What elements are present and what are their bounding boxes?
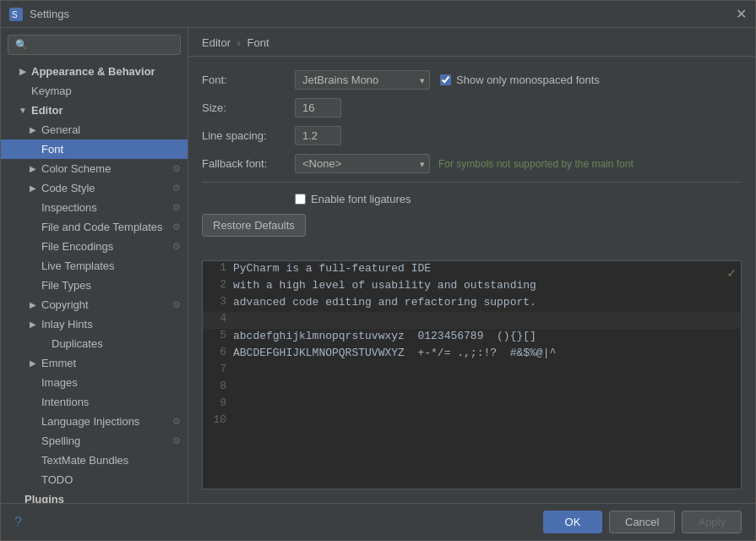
sidebar-item-label: Live Templates [41,260,114,272]
sidebar-item-todo[interactable]: TODO [1,470,188,489]
gear-icon: ⚙ [172,183,181,194]
size-input[interactable] [295,98,341,117]
line-number: 8 [203,380,233,396]
sidebar-item-spelling[interactable]: Spelling⚙ [1,431,188,451]
sidebar-item-label: General [41,123,80,136]
sidebar-item-label: Plugins [24,493,64,503]
sidebar-item-label: File Encodings [41,240,113,253]
arrow-spacer [28,145,38,155]
line-spacing-label: Line spacing: [202,129,295,142]
sidebar-item-label: Keymap [31,85,72,97]
sidebar-item-language-injections[interactable]: Language Injections⚙ [1,412,188,431]
sidebar-item-label: Images [41,376,78,389]
font-select[interactable]: JetBrains Mono [295,70,430,90]
arrow-spacer [28,378,38,388]
arrow-spacer [28,417,38,427]
apply-button[interactable]: Apply [682,511,742,533]
sidebar-item-intentions[interactable]: Intentions [1,392,188,412]
arrow-icon: ▼ [18,106,28,116]
sidebar-item-file-code-templates[interactable]: File and Code Templates⚙ [1,217,188,237]
footer-buttons: OK Cancel Apply [543,511,742,533]
sidebar-item-label: Inspections [41,201,97,214]
sidebar-item-editor[interactable]: ▼Editor [1,101,188,120]
footer: ? OK Cancel Apply [1,503,755,540]
line-number: 3 [203,295,233,312]
font-label: Font: [202,74,295,86]
sidebar-item-label: Spelling [41,434,80,447]
sidebar-item-font[interactable]: Font [1,139,188,159]
preview-line: 8 [203,380,741,396]
breadcrumb-editor: Editor [202,36,231,49]
arrow-spacer [28,203,38,213]
arrow-icon: ▶ [28,300,38,310]
sidebar-item-copyright[interactable]: ▶Copyright⚙ [1,295,188,314]
arrow-spacer [28,242,38,252]
fallback-font-row: Fallback font: <None> For symbols not su… [202,154,742,173]
sidebar-item-file-encodings[interactable]: File Encodings⚙ [1,237,188,256]
preview-lines-container: 1PyCharm is a full-featured IDE2with a h… [203,261,741,430]
sidebar-item-color-scheme[interactable]: ▶Color Scheme⚙ [1,159,188,178]
line-number: 7 [203,363,233,380]
help-icon[interactable]: ? [14,515,22,530]
line-number: 4 [203,312,233,329]
sidebar-item-label: Emmet [41,357,76,369]
sidebar-items-container: ▶Appearance & BehaviorKeymap▼Editor▶Gene… [1,62,188,503]
sidebar-item-label: TODO [41,473,73,486]
fallback-font-select[interactable]: <None> [295,154,430,173]
ligatures-row: Enable font ligatures [295,193,742,205]
sidebar-item-label: Inlay Hints [41,318,93,331]
ok-button[interactable]: OK [543,511,602,533]
arrow-spacer [28,281,38,291]
line-spacing-row: Line spacing: [202,126,742,145]
gear-icon: ⚙ [172,435,181,446]
arrow-icon: ▶ [28,183,38,194]
line-number: 5 [203,329,233,346]
sidebar-item-inspections[interactable]: Inspections⚙ [1,198,188,217]
sidebar-item-label: Language Injections [41,415,139,428]
restore-defaults-button[interactable]: Restore Defaults [202,214,306,237]
sidebar-item-file-types[interactable]: File Types [1,276,188,295]
sidebar-item-live-templates[interactable]: Live Templates [1,256,188,276]
preview-line: 2with a high level of usability and outs… [203,278,741,295]
sidebar-item-emmet[interactable]: ▶Emmet [1,353,188,373]
line-number: 9 [203,396,233,413]
sidebar-item-keymap[interactable]: Keymap [1,81,188,101]
preview-line: 6ABCDEFGHIJKLMNOPQRSTUVWXYZ +-*/= .,;:!?… [203,346,741,363]
size-label: Size: [202,101,295,114]
gear-icon: ⚙ [172,221,181,232]
sidebar-item-label: TextMate Bundles [41,454,128,467]
arrow-spacer [28,261,38,271]
show-monospaced-label: Show only monospaced fonts [456,74,600,86]
gear-icon: ⚙ [172,202,181,213]
preview-line: 10 [203,413,741,430]
preview-line: 3advanced code editing and refactoring s… [203,295,741,312]
gear-icon: ⚙ [172,163,181,174]
show-monospaced-checkbox[interactable] [440,74,451,85]
fallback-hint: For symbols not supported by the main fo… [438,158,634,170]
preview-line: 7 [203,363,741,380]
preview-checkmark: ✓ [727,265,736,281]
line-number: 1 [203,261,233,278]
sidebar-item-code-style[interactable]: ▶Code Style⚙ [1,178,188,198]
ligatures-checkbox[interactable] [295,194,306,205]
sidebar-item-images[interactable]: Images [1,373,188,392]
sidebar-item-textmate-bundles[interactable]: TextMate Bundles [1,451,188,470]
sidebar-item-inlay-hints[interactable]: ▶Inlay Hints [1,314,188,334]
sidebar-item-appearance-behavior[interactable]: ▶Appearance & Behavior [1,62,188,81]
arrow-spacer [28,222,38,232]
sidebar-item-label: Intentions [41,396,89,408]
arrow-spacer [28,456,38,466]
cancel-button[interactable]: Cancel [609,511,675,533]
line-spacing-input[interactable] [295,126,341,145]
search-input[interactable] [8,35,181,55]
breadcrumb: Editor › Font [188,28,755,57]
window-title: Settings [30,8,736,20]
preview-line: 1PyCharm is a full-featured IDE [203,261,741,278]
preview-panel: ✓ 1PyCharm is a full-featured IDE2with a… [202,260,742,489]
titlebar: S Settings ✕ [1,1,755,28]
close-button[interactable]: ✕ [736,6,747,22]
line-code: advanced code editing and refactoring su… [233,295,536,312]
sidebar-item-duplicates[interactable]: Duplicates [1,334,188,353]
sidebar-item-plugins[interactable]: Plugins [1,489,188,503]
sidebar-item-general[interactable]: ▶General [1,120,188,139]
